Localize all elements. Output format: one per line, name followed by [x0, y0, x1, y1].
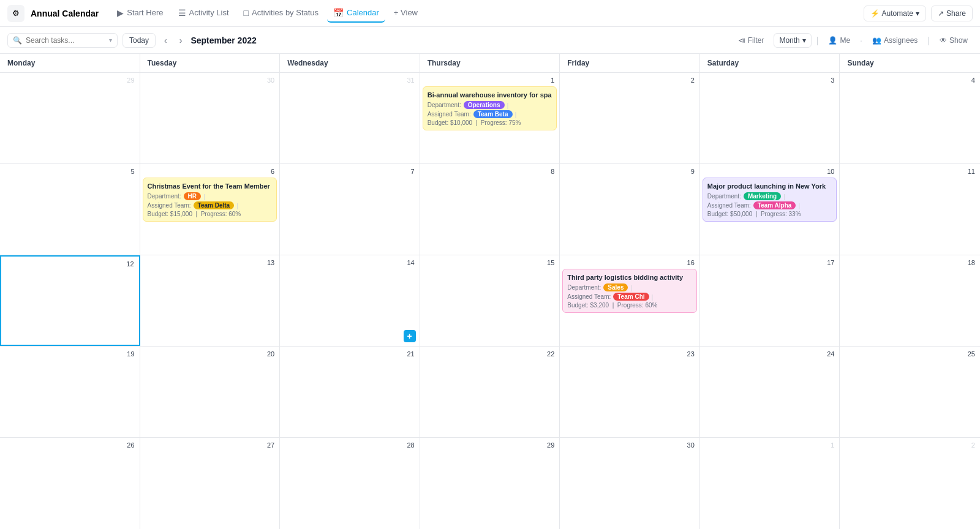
search-dropdown-icon[interactable]: ▾ — [109, 37, 112, 43]
month-title: September 2022 — [190, 36, 256, 45]
event-dept-row: Department: Sales | — [567, 283, 692, 291]
day-number: 30 — [562, 440, 697, 450]
dept-separator: | — [630, 284, 632, 291]
calendar-day[interactable]: 14+ — [280, 255, 420, 346]
day-header-sunday: Sunday — [840, 54, 980, 72]
day-number: 12 — [4, 259, 137, 269]
tab-start-here[interactable]: ▶ Start Here — [111, 4, 169, 23]
day-number: 3 — [703, 75, 837, 85]
calendar-day[interactable]: 16 Third party logistics bidding activit… — [560, 255, 700, 346]
calendar-day[interactable]: 22 — [420, 347, 560, 437]
day-number: 14 — [282, 258, 417, 268]
event-meta: Budget: $15,000 | Progress: 60% — [148, 211, 273, 217]
day-number: 19 — [2, 349, 137, 359]
search-icon: 🔍 — [13, 36, 22, 45]
me-button[interactable]: 👤 Me — [823, 34, 855, 47]
day-number: 30 — [143, 75, 277, 85]
calendar-day[interactable]: 3 — [700, 73, 840, 163]
calendar-week-1: 56 Christmas Event for the Team Member D… — [0, 164, 980, 255]
tab-view[interactable]: + View — [388, 4, 424, 22]
day-header-wednesday: Wednesday — [280, 54, 420, 72]
calendar-day[interactable]: 1 Bi-annual warehouse inventory for spa … — [420, 73, 560, 163]
calendar-day[interactable]: 13 — [140, 255, 281, 346]
day-number: 1 — [703, 440, 837, 450]
tab-activities-by-status[interactable]: □ Activities by Status — [238, 4, 325, 23]
show-icon: 👁 — [940, 36, 947, 45]
calendar-day[interactable]: 31 — [280, 73, 420, 163]
calendar-day[interactable]: 20 — [140, 347, 281, 437]
event-card[interactable]: Bi-annual warehouse inventory for spa De… — [423, 86, 557, 130]
event-card[interactable]: Third party logistics bidding activity D… — [562, 269, 697, 313]
calendar-day[interactable]: 11 — [840, 164, 980, 255]
event-card[interactable]: Major product launching in New York Depa… — [703, 178, 837, 222]
calendar-day[interactable]: 19 — [0, 347, 140, 437]
calendar-day[interactable]: 9 — [560, 164, 700, 255]
month-select[interactable]: Month ▾ — [774, 33, 811, 48]
search-box[interactable]: 🔍 ▾ — [7, 33, 118, 48]
assignees-button[interactable]: 👥 Assignees — [867, 34, 922, 47]
calendar-day[interactable]: 8 — [420, 164, 560, 255]
add-event-button[interactable]: + — [404, 330, 416, 342]
calendar-day[interactable]: 23 — [560, 347, 700, 437]
calendar-day[interactable]: 6 Christmas Event for the Team Member De… — [140, 164, 281, 255]
event-meta: Budget: $10,000 | Progress: 75% — [428, 119, 552, 126]
calendar-day[interactable]: 27 — [140, 438, 281, 529]
team-badge: Team Delta — [194, 201, 235, 209]
day-header-saturday: Saturday — [700, 54, 840, 72]
event-meta: Budget: $3,200 | Progress: 60% — [567, 302, 692, 309]
share-button[interactable]: ↗ Share — [931, 6, 973, 21]
calendar-day[interactable]: 5 — [0, 164, 140, 255]
event-dept-row: Department: Operations | — [428, 101, 552, 109]
calendar-day[interactable]: 18 — [840, 255, 980, 346]
calendar-day[interactable]: 29 — [0, 73, 140, 163]
filter-button[interactable]: ⧏ Filter — [733, 34, 769, 47]
day-number: 4 — [842, 75, 978, 85]
team-badge: Team Chi — [613, 293, 649, 301]
event-team-row: Assigned Team: Team Beta | — [428, 110, 552, 118]
team-badge: Team Beta — [473, 110, 513, 118]
assignees-icon: 👥 — [872, 36, 881, 45]
calendar-day[interactable]: 2 — [560, 73, 700, 163]
search-input[interactable] — [26, 36, 105, 45]
next-month-button[interactable]: › — [176, 33, 186, 48]
calendar-day[interactable]: 25 — [840, 347, 980, 437]
tab-calendar[interactable]: 📅 Calendar — [327, 4, 385, 23]
day-header-tuesday: Tuesday — [140, 54, 281, 72]
day-number: 5 — [2, 167, 137, 176]
day-number: 27 — [143, 440, 277, 450]
calendar-day[interactable]: 24 — [700, 347, 840, 437]
calendar-day[interactable]: 26 — [0, 438, 140, 529]
separator2: · — [860, 36, 862, 45]
day-number: 2 — [562, 75, 697, 85]
automate-icon: ⚡ — [870, 9, 880, 18]
day-number: 6 — [143, 167, 277, 176]
calendar-day[interactable]: 4 — [840, 73, 980, 163]
calendar-day[interactable]: 21 — [280, 347, 420, 437]
calendar-day[interactable]: 17 — [700, 255, 840, 346]
day-header-thursday: Thursday — [420, 54, 560, 72]
automate-chevron-icon: ▾ — [916, 9, 919, 18]
calendar-day[interactable]: 15 — [420, 255, 560, 346]
automate-button[interactable]: ⚡ Automate ▾ — [864, 6, 926, 21]
day-number: 9 — [562, 167, 697, 176]
calendar-day[interactable]: 1 — [700, 438, 840, 529]
event-team-row: Assigned Team: Team Delta | — [148, 201, 273, 209]
calendar-day[interactable]: 30 — [560, 438, 700, 529]
today-button[interactable]: Today — [123, 33, 156, 48]
calendar-grid: 2930311 Bi-annual warehouse inventory fo… — [0, 73, 980, 529]
calendar-day[interactable]: 28 — [280, 438, 420, 529]
calendar-day[interactable]: 2 — [840, 438, 980, 529]
app-icon: ⚙ — [7, 5, 24, 22]
calendar-day[interactable]: 30 — [140, 73, 281, 163]
show-button[interactable]: 👁 Show — [935, 34, 973, 47]
calendar-day[interactable]: 12 — [0, 255, 140, 346]
tab-activity-list[interactable]: ☰ Activity List — [172, 4, 235, 23]
prev-month-button[interactable]: ‹ — [160, 33, 171, 48]
share-icon: ↗ — [938, 9, 944, 18]
calendar-day[interactable]: 29 — [420, 438, 560, 529]
calendar-day[interactable]: 7 — [280, 164, 420, 255]
calendar-day[interactable]: 10 Major product launching in New York D… — [700, 164, 840, 255]
event-card[interactable]: Christmas Event for the Team Member Depa… — [143, 178, 277, 222]
day-number: 20 — [143, 349, 277, 359]
team-label: Assigned Team: — [567, 293, 611, 300]
